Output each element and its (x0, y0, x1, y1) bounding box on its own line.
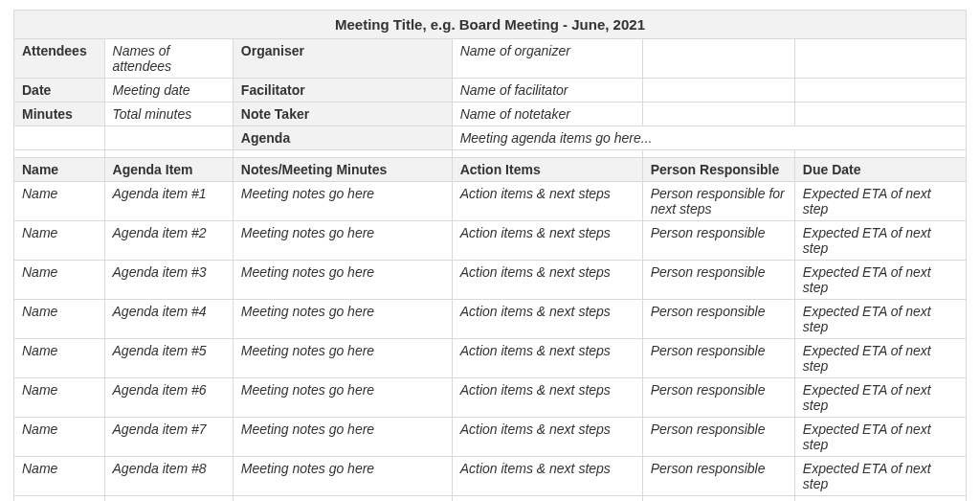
cell-agenda: Agenda item #2 (104, 221, 233, 261)
table-row: NameAgenda item #9Meeting notes go hereA… (14, 496, 967, 502)
cell-due: Expected ETA of next step (794, 221, 966, 261)
cell-notes: Meeting notes go here (233, 418, 452, 457)
spacer-row (14, 150, 967, 158)
empty-cell (642, 102, 794, 126)
empty-cell (794, 102, 966, 126)
cell-person: Person responsible (642, 418, 794, 457)
cell-notes: Meeting notes go here (233, 457, 452, 496)
cell-person: Person responsible (642, 300, 794, 339)
cell-person: Person responsible for next steps (642, 182, 794, 221)
col-notes: Notes/Meeting Minutes (233, 158, 452, 182)
cell-due: Expected ETA of next step (794, 182, 966, 221)
cell-notes: Meeting notes go here (233, 182, 452, 221)
table-row: NameAgenda item #3Meeting notes go hereA… (14, 261, 967, 300)
cell-actions: Action items & next steps (452, 418, 642, 457)
facilitator-label: Facilitator (233, 79, 452, 102)
cell-name: Name (14, 182, 105, 221)
facilitator-value: Name of facilitator (452, 79, 642, 102)
cell-actions: Action items & next steps (452, 300, 642, 339)
date-label: Date (14, 79, 105, 102)
cell-name: Name (14, 339, 105, 378)
cell-name: Name (14, 221, 105, 261)
cell-name: Name (14, 378, 105, 418)
cell-notes: Meeting notes go here (233, 496, 452, 502)
agenda-value: Meeting agenda items go here... (452, 126, 966, 150)
table-row: NameAgenda item #6Meeting notes go hereA… (14, 378, 967, 418)
cell-person: Person responsible (642, 221, 794, 261)
cell-due: Expected ETA of next step (794, 339, 966, 378)
agenda-label: Agenda (233, 126, 452, 150)
cell-agenda: Agenda item #1 (104, 182, 233, 221)
table-row: NameAgenda item #1Meeting notes go hereA… (14, 182, 967, 221)
col-agenda: Agenda Item (104, 158, 233, 182)
organiser-label: Organiser (233, 39, 452, 79)
attendees-label: Attendees (14, 39, 105, 79)
cell-due: Expected ETA of next step (794, 378, 966, 418)
cell-name: Name (14, 300, 105, 339)
cell-actions: Action items & next steps (452, 339, 642, 378)
cell-notes: Meeting notes go here (233, 339, 452, 378)
cell-agenda: Agenda item #3 (104, 261, 233, 300)
column-headers-row: Name Agenda Item Notes/Meeting Minutes A… (14, 158, 967, 182)
meta-row-attendees: Attendees Names of attendees Organiser N… (14, 39, 967, 79)
cell-agenda: Agenda item #6 (104, 378, 233, 418)
cell-agenda: Agenda item #4 (104, 300, 233, 339)
cell-due: Expected ETA of next step (794, 457, 966, 496)
cell-due: Expected ETA of next step (794, 496, 966, 502)
date-value: Meeting date (104, 79, 233, 102)
table-row: NameAgenda item #8Meeting notes go hereA… (14, 457, 967, 496)
cell-actions: Action items & next steps (452, 182, 642, 221)
cell-due: Expected ETA of next step (794, 418, 966, 457)
cell-notes: Meeting notes go here (233, 300, 452, 339)
title-row: Meeting Title, e.g. Board Meeting - June… (14, 11, 967, 39)
meeting-title: Meeting Title, e.g. Board Meeting - June… (14, 11, 967, 39)
cell-name: Name (14, 457, 105, 496)
col-due: Due Date (794, 158, 966, 182)
cell-name: Name (14, 496, 105, 502)
organiser-value: Name of organizer (452, 39, 642, 79)
cell-agenda: Agenda item #8 (104, 457, 233, 496)
cell-person: Person responsible (642, 496, 794, 502)
meeting-minutes-table: Meeting Title, e.g. Board Meeting - June… (13, 10, 967, 501)
cell-actions: Action items & next steps (452, 496, 642, 502)
cell-name: Name (14, 418, 105, 457)
cell-due: Expected ETA of next step (794, 300, 966, 339)
cell-agenda: Agenda item #5 (104, 339, 233, 378)
notetaker-value: Name of notetaker (452, 102, 642, 126)
cell-person: Person responsible (642, 261, 794, 300)
minutes-value: Total minutes (104, 102, 233, 126)
empty-cell (642, 79, 794, 102)
meta-row-date: Date Meeting date Facilitator Name of fa… (14, 79, 967, 102)
empty-cell (14, 126, 105, 150)
cell-notes: Meeting notes go here (233, 378, 452, 418)
minutes-label: Minutes (14, 102, 105, 126)
cell-agenda: Agenda item #9 (104, 496, 233, 502)
cell-due: Expected ETA of next step (794, 261, 966, 300)
col-name: Name (14, 158, 105, 182)
cell-actions: Action items & next steps (452, 261, 642, 300)
cell-actions: Action items & next steps (452, 457, 642, 496)
cell-person: Person responsible (642, 378, 794, 418)
empty-cell (794, 79, 966, 102)
empty-cell (642, 39, 794, 79)
meta-row-minutes: Minutes Total minutes Note Taker Name of… (14, 102, 967, 126)
notetaker-label: Note Taker (233, 102, 452, 126)
cell-actions: Action items & next steps (452, 378, 642, 418)
col-person: Person Responsible (642, 158, 794, 182)
attendees-value: Names of attendees (104, 39, 233, 79)
meta-row-agenda: Agenda Meeting agenda items go here... (14, 126, 967, 150)
col-actions: Action Items (452, 158, 642, 182)
table-row: NameAgenda item #4Meeting notes go hereA… (14, 300, 967, 339)
cell-person: Person responsible (642, 339, 794, 378)
cell-notes: Meeting notes go here (233, 221, 452, 261)
table-row: NameAgenda item #2Meeting notes go hereA… (14, 221, 967, 261)
empty-cell (104, 126, 233, 150)
table-row: NameAgenda item #7Meeting notes go hereA… (14, 418, 967, 457)
cell-person: Person responsible (642, 457, 794, 496)
cell-notes: Meeting notes go here (233, 261, 452, 300)
empty-cell (794, 39, 966, 79)
cell-agenda: Agenda item #7 (104, 418, 233, 457)
table-row: NameAgenda item #5Meeting notes go hereA… (14, 339, 967, 378)
cell-name: Name (14, 261, 105, 300)
cell-actions: Action items & next steps (452, 221, 642, 261)
